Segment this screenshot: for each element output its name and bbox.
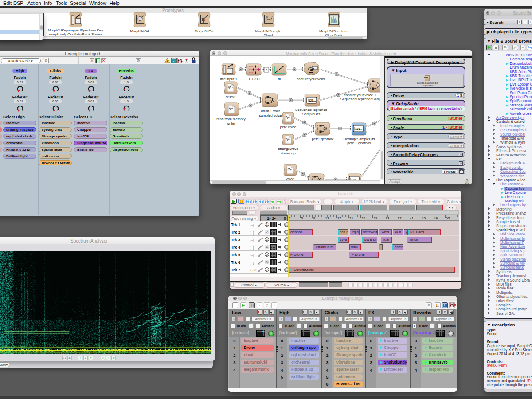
- svg-text:pete + gearbox: pete + gearbox: [347, 141, 371, 145]
- svg-text:read from memory: read from memory: [216, 117, 245, 121]
- svg-text:sampled voice: sampled voice: [259, 113, 282, 117]
- svg-text:DerangeSampleBits: DerangeSampleBits: [343, 137, 375, 141]
- svg-text:mic input 1: mic input 1: [220, 77, 237, 81]
- svg-text:123...: 123...: [351, 178, 358, 181]
- svg-text:SampleBits: SampleBits: [302, 112, 320, 116]
- svg-text:SequenceRepitchedSampleBi: SequenceRepitchedSampleBi: [340, 97, 380, 101]
- svg-text:2: 2: [266, 68, 268, 72]
- svg-text:drum + your: drum + your: [261, 109, 280, 113]
- svg-text:drum1: drum1: [226, 95, 236, 99]
- svg-text:> 1200: > 1200: [249, 77, 260, 81]
- svg-text:strangewave: strangewave: [278, 147, 298, 151]
- svg-text:drumloop: drumloop: [281, 151, 296, 155]
- svg-text:voice: voice: [286, 177, 294, 180]
- svg-text:pete+gearbox: pete+gearbox: [312, 137, 333, 141]
- svg-text:hi: hi: [278, 77, 281, 81]
- svg-text:capture your voice +: capture your voice +: [344, 93, 376, 97]
- svg-text:pete voice: pete voice: [280, 125, 297, 129]
- svg-text:123...: 123...: [355, 127, 362, 130]
- svg-text:writer: writer: [226, 121, 235, 125]
- svg-text:123...: 123...: [309, 99, 316, 102]
- svg-text:SequenceRepitched: SequenceRepitched: [295, 108, 327, 112]
- svg-text:capture your voice: capture your voice: [297, 77, 326, 81]
